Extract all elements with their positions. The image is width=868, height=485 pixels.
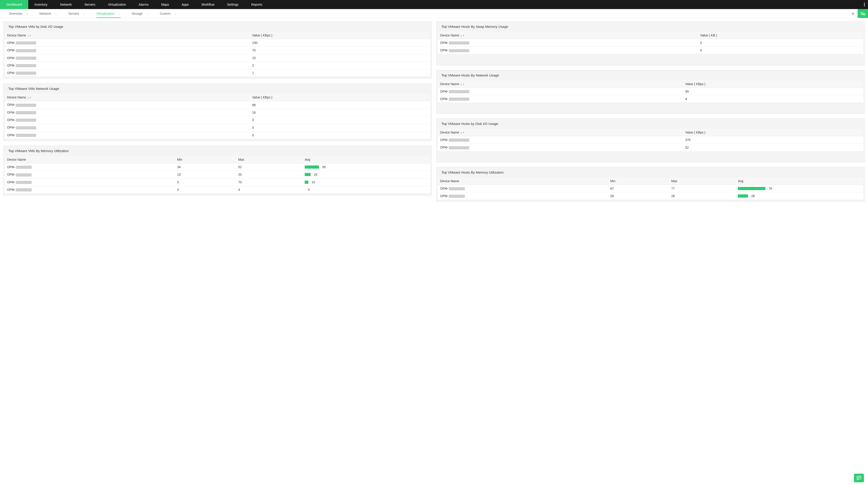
topnav: Dashboard Inventory Network Servers Virt… [0, 0, 868, 9]
col-value[interactable]: Value ( KBps ) [250, 32, 430, 39]
device-link[interactable]: OPM- [7, 64, 16, 67]
tab-virtualization[interactable]: Virtualization⌄ [91, 9, 126, 18]
col-value[interactable]: Value ( KBps ) [250, 94, 430, 101]
tab-custom[interactable]: Custom⌄ [154, 9, 182, 18]
device-link[interactable]: OPM- [440, 145, 448, 149]
avg-value: 28 [751, 194, 755, 198]
table-row[interactable]: OPM-52 [438, 144, 863, 151]
device-link[interactable]: OPM- [7, 41, 16, 45]
device-link[interactable]: OPM- [7, 165, 16, 169]
device-link[interactable]: OPM- [7, 133, 16, 137]
widget-title: Top VMware VMs Network Usage [3, 84, 432, 94]
device-link[interactable]: OPM- [7, 118, 16, 122]
value-cell: 2 [250, 62, 430, 69]
table-row[interactable]: OPM-345239 [5, 163, 430, 171]
table-row[interactable]: OPM-2 [5, 62, 430, 69]
device-link[interactable]: OPM- [7, 125, 16, 129]
device-link[interactable]: OPM- [7, 173, 16, 176]
table-row[interactable]: OPM-0 [5, 116, 430, 124]
device-name-cell: OPM- [5, 178, 175, 186]
col-max[interactable]: Max [669, 177, 736, 185]
device-link[interactable]: OPM- [7, 49, 16, 52]
device-link[interactable]: OPM- [440, 97, 448, 101]
device-link[interactable]: OPM- [7, 180, 16, 184]
table-row[interactable]: OPM-0 [438, 47, 863, 54]
avg-cell: 39 [303, 163, 430, 171]
table-row[interactable]: OPM-88 [5, 101, 430, 109]
nav-servers[interactable]: Servers [78, 0, 101, 9]
table-row[interactable]: OPM-132016 [5, 171, 430, 178]
table-row[interactable]: OPM-0 [5, 124, 430, 131]
device-link[interactable]: OPM- [7, 111, 16, 114]
col-device-name[interactable]: Device Name▲▼ [5, 32, 250, 39]
device-link[interactable]: OPM- [440, 138, 448, 142]
avg-cell: 16 [303, 171, 430, 178]
nav-inventory[interactable]: Inventory [28, 0, 54, 9]
col-device-name[interactable]: Device Name▲▼ [438, 32, 698, 39]
nav-workflow[interactable]: Workflow [195, 0, 221, 9]
nav-network[interactable]: Network [54, 0, 78, 9]
table-row[interactable]: OPM-4 [438, 95, 863, 103]
device-link[interactable]: OPM- [440, 187, 448, 190]
avg-value: 0 [308, 188, 310, 192]
nav-reports[interactable]: Reports [245, 0, 269, 9]
col-device-name[interactable]: Device Name [5, 156, 175, 163]
table-row[interactable]: OPM-282828 [438, 192, 863, 200]
nav-maps[interactable]: Maps [155, 0, 175, 9]
widget-title: Top VMware Hosts by Disk I/O Usage [436, 119, 865, 129]
add-widget-button[interactable] [858, 9, 868, 18]
tab-storage-label: Storage [131, 12, 143, 16]
table-row[interactable]: OPM-1 [5, 69, 430, 77]
avg-bar [738, 194, 748, 198]
table-row[interactable]: OPM-0 [438, 39, 863, 47]
col-avg[interactable]: Avg [736, 177, 863, 185]
table-row[interactable]: OPM-677776 [438, 185, 863, 192]
device-link[interactable]: OPM- [440, 41, 448, 45]
chevron-down-icon: ⌄ [146, 12, 149, 16]
nav-apps[interactable]: Apps [175, 0, 195, 9]
col-value[interactable]: Value ( KB ) [698, 32, 863, 39]
chat-icon [857, 476, 862, 480]
avg-cell: 76 [736, 185, 863, 192]
tab-servers[interactable]: Servers⌄ [63, 9, 91, 18]
tab-network[interactable]: Network⌄ [34, 9, 63, 18]
nav-alarms[interactable]: Alarms [132, 0, 155, 9]
device-link[interactable]: OPM- [440, 194, 448, 198]
table-row[interactable]: OPM-370 [438, 136, 863, 144]
col-value[interactable]: Value ( KBps ) [683, 80, 863, 88]
tab-overview[interactable]: Overview⌄ [4, 9, 34, 18]
table-row[interactable]: OPM-0 [5, 131, 430, 139]
tab-storage[interactable]: Storage⌄ [126, 9, 154, 18]
chat-button[interactable] [854, 474, 864, 482]
device-link[interactable]: OPM- [7, 56, 16, 60]
col-min[interactable]: Min [608, 177, 669, 185]
max-cell: 52 [236, 163, 303, 171]
device-name-cell: OPM- [438, 185, 608, 192]
table-row[interactable]: OPM-040 [5, 186, 430, 193]
device-link[interactable]: OPM- [440, 90, 448, 93]
col-device-name[interactable]: Device Name [438, 177, 608, 185]
more-menu-button[interactable] [861, 0, 868, 9]
col-device-name[interactable]: Device Name▲▼ [5, 94, 250, 101]
nav-settings[interactable]: Settings [221, 0, 245, 9]
device-link[interactable]: OPM- [440, 49, 448, 52]
min-cell: 0 [175, 186, 236, 193]
favorite-button[interactable] [848, 9, 858, 18]
device-link[interactable]: OPM- [7, 103, 16, 107]
table-row[interactable]: OPM-16 [5, 109, 430, 116]
table-row[interactable]: OPM-99 [438, 88, 863, 95]
table-row[interactable]: OPM-230 [5, 39, 430, 47]
nav-dashboard[interactable]: Dashboard [0, 0, 28, 9]
col-device-name[interactable]: Device Name▲▼ [438, 129, 683, 136]
nav-virtualization[interactable]: Virtualization [102, 0, 132, 9]
col-avg[interactable]: Avg [303, 156, 430, 163]
col-value[interactable]: Value ( KBps ) [683, 129, 863, 136]
device-link[interactable]: OPM- [7, 71, 16, 75]
col-min[interactable]: Min [175, 156, 236, 163]
table-row[interactable]: OPM-70 [5, 47, 430, 54]
device-link[interactable]: OPM- [7, 188, 16, 192]
table-row[interactable]: OPM-10 [5, 54, 430, 62]
col-max[interactable]: Max [236, 156, 303, 163]
col-device-name[interactable]: Device Name▲▼ [438, 80, 683, 88]
table-row[interactable]: OPM-57010 [5, 178, 430, 186]
